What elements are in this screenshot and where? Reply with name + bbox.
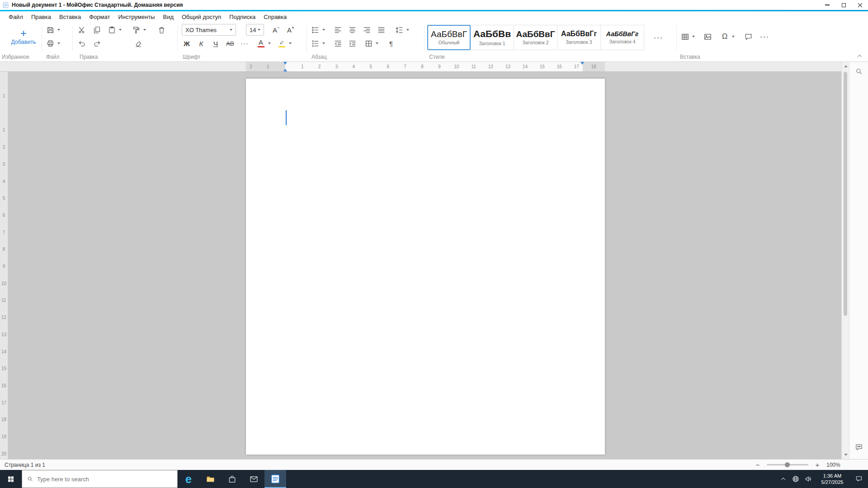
scrollbar-thumb[interactable] <box>844 72 847 316</box>
zoom-slider[interactable] <box>767 464 808 465</box>
line-spacing-button[interactable] <box>393 24 405 36</box>
taskbar-app-store[interactable] <box>221 470 243 488</box>
menu-insert[interactable]: Вставка <box>55 11 85 22</box>
close-button[interactable] <box>852 0 868 10</box>
vertical-scrollbar[interactable] <box>841 62 849 459</box>
vertical-ruler[interactable]: 11234567891011121314151617181920 <box>0 72 8 459</box>
insert-table-menu-button[interactable] <box>691 31 696 42</box>
more-insert-button[interactable]: ··· <box>759 31 770 42</box>
tray-clock[interactable]: 1:36 AM 5/27/2025 <box>815 473 850 485</box>
save-button[interactable] <box>44 24 56 36</box>
insert-image-button[interactable] <box>702 31 713 42</box>
font-family-select[interactable]: XO Thames <box>182 24 236 36</box>
maximize-button[interactable] <box>835 0 852 10</box>
line-spacing-menu-button[interactable] <box>405 24 410 36</box>
clear-formatting-button[interactable] <box>132 38 144 49</box>
taskbar-app-mail[interactable] <box>243 470 264 488</box>
zoom-level[interactable]: 100% <box>826 462 844 468</box>
menu-view[interactable]: Вид <box>159 11 178 22</box>
style-card-heading3[interactable]: АаБбВвГг Заголовок 3 <box>557 25 601 50</box>
taskbar-app-edge[interactable]: e <box>178 470 199 488</box>
font-color-menu-button[interactable] <box>267 38 272 49</box>
tray-volume[interactable] <box>802 470 815 488</box>
delete-button[interactable] <box>156 24 167 36</box>
print-button[interactable] <box>44 38 56 49</box>
numbered-list-menu-button[interactable] <box>321 38 326 49</box>
font-size-decrease-button[interactable]: А− <box>270 24 282 36</box>
underline-button[interactable]: Ч <box>210 38 222 49</box>
bulleted-list-menu-button[interactable] <box>321 24 326 36</box>
style-card-heading4[interactable]: АаБбВвГг Заголовок 4 <box>601 25 644 50</box>
insert-symbol-button[interactable]: Ω <box>719 31 731 42</box>
format-painter-button[interactable] <box>130 24 142 36</box>
redo-button[interactable] <box>91 38 103 49</box>
menu-help[interactable]: Справка <box>259 11 291 22</box>
align-right-button[interactable] <box>361 24 373 36</box>
menu-tools[interactable]: Инструменты <box>114 11 159 22</box>
action-center-button[interactable] <box>850 470 868 488</box>
feedback-button[interactable] <box>854 443 863 454</box>
bulleted-list-button[interactable] <box>309 24 321 36</box>
style-card-heading2[interactable]: АаБбВвГ Заголовок 2 <box>514 25 557 50</box>
font-size-select[interactable]: 14 <box>246 24 264 36</box>
insert-symbol-menu-button[interactable] <box>731 31 736 42</box>
document-page[interactable] <box>246 79 605 455</box>
insert-comment-button[interactable] <box>742 31 754 42</box>
decrease-indent-button[interactable] <box>332 38 344 49</box>
taskbar-app-explorer[interactable] <box>199 470 221 488</box>
right-indent-marker[interactable] <box>580 62 584 65</box>
print-menu-button[interactable] <box>56 38 61 49</box>
scroll-up-arrow[interactable] <box>844 65 848 67</box>
menu-share[interactable]: Общий доступ <box>178 11 225 22</box>
search-input[interactable] <box>37 476 173 483</box>
bold-button[interactable]: Ж <box>181 38 193 49</box>
cut-button[interactable] <box>76 24 88 36</box>
search-in-document-button[interactable] <box>855 67 863 77</box>
undo-button[interactable] <box>76 38 88 49</box>
more-font-options-button[interactable]: ··· <box>239 38 250 49</box>
add-button[interactable]: + Добавить <box>9 23 38 50</box>
font-color-button[interactable]: А <box>255 38 267 49</box>
zoom-out-button[interactable]: − <box>754 461 761 469</box>
borders-menu-button[interactable] <box>374 38 380 49</box>
menu-format[interactable]: Формат <box>85 11 114 22</box>
more-styles-button[interactable]: ··· <box>652 32 664 43</box>
highlight-color-button[interactable] <box>276 38 288 49</box>
font-size-increase-button[interactable]: А+ <box>285 24 297 36</box>
align-center-button[interactable] <box>346 24 358 36</box>
scroll-down-arrow[interactable] <box>844 454 848 456</box>
justify-button[interactable] <box>375 24 387 36</box>
align-left-button[interactable] <box>332 24 344 36</box>
menu-edit[interactable]: Правка <box>27 11 55 22</box>
numbered-list-button[interactable] <box>309 38 321 49</box>
minimize-button[interactable] <box>819 0 835 10</box>
save-menu-button[interactable] <box>56 24 61 36</box>
zoom-slider-thumb[interactable] <box>785 462 790 467</box>
paste-button[interactable] <box>106 24 118 36</box>
start-button[interactable] <box>0 470 22 488</box>
insert-table-button[interactable] <box>679 31 691 42</box>
first-line-indent-marker[interactable] <box>283 62 287 65</box>
paste-menu-button[interactable] <box>118 24 123 36</box>
menu-file[interactable]: Файл <box>5 11 27 22</box>
style-card-normal[interactable]: АаБбВвГ Обычный <box>427 25 471 50</box>
left-indent-marker[interactable] <box>283 69 287 71</box>
taskbar-app-myoffice[interactable] <box>264 470 286 488</box>
menu-subscription[interactable]: Подписка <box>225 11 259 22</box>
strikethrough-button[interactable]: АВ <box>224 38 236 49</box>
taskbar-search[interactable] <box>22 470 178 488</box>
highlight-color-menu-button[interactable] <box>288 38 293 49</box>
borders-button[interactable] <box>363 38 374 49</box>
zoom-in-button[interactable]: + <box>814 461 821 469</box>
horizontal-ruler[interactable]: 21123456789101112131415161718 <box>0 62 841 72</box>
formatting-marks-button[interactable]: ¶ <box>385 38 397 49</box>
increase-indent-button[interactable] <box>346 38 358 49</box>
format-painter-menu-button[interactable] <box>142 24 147 36</box>
italic-button[interactable]: К <box>195 38 207 49</box>
style-card-heading1[interactable]: АаБбВв Заголовок 1 <box>471 25 514 50</box>
tray-show-hidden-icons[interactable] <box>777 470 789 488</box>
collapse-toolbar-button[interactable] <box>856 53 863 59</box>
copy-button[interactable] <box>91 24 103 36</box>
titlebar[interactable]: Новый документ 1 - МойОфис Стандартный. … <box>0 0 868 10</box>
tray-network[interactable] <box>789 470 802 488</box>
